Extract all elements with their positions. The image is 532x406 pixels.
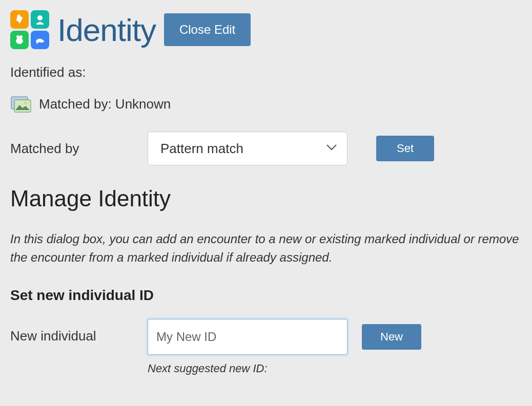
svg-rect-5 [14, 100, 31, 112]
close-edit-button[interactable]: Close Edit [164, 13, 251, 46]
next-suggested-id-hint: Next suggested new ID: [148, 362, 347, 375]
logo-tile-icon [31, 10, 49, 29]
svg-point-2 [16, 35, 19, 38]
header-row: Identity Close Edit [10, 10, 522, 49]
photo-icon [10, 95, 32, 113]
matched-by-text: Matched by: Unknown [39, 96, 171, 112]
manage-identity-help: In this dialog box, you can add an encou… [10, 230, 522, 267]
svg-point-0 [37, 15, 43, 20]
set-button[interactable]: Set [376, 136, 434, 161]
match-type-select-wrap: Pattern match [148, 132, 347, 165]
new-button[interactable]: New [362, 324, 421, 350]
match-type-select[interactable]: Pattern match [148, 132, 347, 165]
matched-by-row: Matched by: Unknown [10, 95, 522, 113]
logo-tile-icon [31, 31, 49, 49]
set-new-id-heading: Set new individual ID [10, 287, 522, 304]
new-individual-input[interactable] [148, 319, 347, 355]
new-individual-input-col: Next suggested new ID: [148, 319, 347, 375]
new-individual-label: New individual [10, 319, 148, 344]
app-logo [10, 10, 49, 49]
svg-point-6 [24, 101, 27, 104]
manage-identity-title: Manage Identity [10, 186, 522, 211]
svg-point-1 [16, 38, 23, 44]
svg-point-3 [19, 35, 23, 38]
logo-tile-icon [10, 10, 29, 29]
matched-by-form-row: Matched by Pattern match Set [10, 132, 522, 165]
logo-tile-icon [10, 31, 29, 49]
new-individual-row: New individual Next suggested new ID: Ne… [10, 319, 522, 375]
matched-by-label: Matched by [10, 141, 148, 157]
page-title: Identity [57, 12, 156, 48]
identified-as-label: Identified as: [10, 65, 522, 80]
